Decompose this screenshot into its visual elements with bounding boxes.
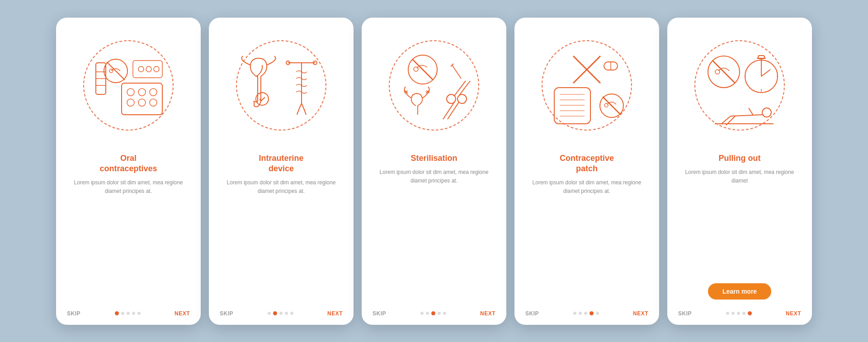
pagination-dots [268, 311, 293, 315]
dot-3 [127, 312, 130, 315]
dot-3 [737, 312, 740, 315]
nav-area: SKIP NEXT [56, 305, 201, 325]
svg-point-6 [138, 89, 146, 96]
svg-point-25 [414, 67, 418, 71]
pagination-dots [420, 311, 446, 315]
next-button[interactable]: NEXT [633, 310, 648, 317]
illustration-oral-contraceptives [56, 18, 201, 153]
dot-5 [596, 312, 599, 315]
patch-icon [537, 36, 637, 135]
dot-3 [279, 312, 283, 315]
svg-point-14 [154, 66, 159, 72]
screen-title: Sterilisation [373, 153, 495, 164]
svg-line-65 [731, 115, 762, 116]
skip-button[interactable]: SKIP [67, 310, 80, 317]
screen-pulling-out: Pulling out Lorem ipsum dolor sit dim am… [667, 18, 812, 325]
svg-point-13 [146, 66, 151, 72]
nav-area: SKIP NEXT [667, 305, 812, 325]
next-button[interactable]: NEXT [327, 310, 343, 317]
iud-icon [231, 36, 331, 135]
dot-5 [137, 312, 141, 315]
next-button[interactable]: NEXT [786, 310, 801, 317]
nav-area: SKIP NEXT [514, 305, 659, 325]
content-oral-contraceptives: Oral contraceptives Lorem ipsum dolor si… [56, 153, 201, 305]
screen-title: Oral contraceptives [67, 153, 190, 174]
dot-3 [431, 311, 435, 315]
pagination-dots [115, 311, 141, 315]
content-pulling-out: Pulling out Lorem ipsum dolor sit dim am… [667, 153, 812, 305]
screen-contraceptive-patch: Contraceptive patch Lorem ipsum dolor si… [514, 18, 659, 325]
skip-button[interactable]: SKIP [373, 310, 386, 317]
dot-2 [426, 312, 429, 315]
svg-line-68 [749, 108, 753, 115]
screen-desc: Lorem ipsum dolor sit dim amet, mea regi… [67, 178, 190, 305]
dot-4 [742, 312, 745, 315]
nav-area: SKIP NEXT [209, 305, 354, 325]
dot-1 [420, 312, 424, 315]
dot-1 [726, 312, 729, 315]
learn-more-button[interactable]: Learn more [708, 283, 771, 300]
illustration-contraceptive-patch [514, 18, 659, 153]
screen-title: Contraceptive patch [525, 153, 648, 174]
svg-point-50 [604, 103, 608, 107]
dot-4 [590, 311, 594, 315]
dot-5 [748, 311, 752, 315]
screen-oral-contraceptives: Oral contraceptives Lorem ipsum dolor si… [56, 18, 201, 325]
svg-point-5 [127, 89, 134, 96]
screen-desc: Lorem ipsum dolor sit dim amet, mea regi… [220, 178, 343, 305]
svg-line-49 [603, 97, 621, 115]
svg-line-52 [712, 61, 735, 83]
screen-sterilisation: Sterilisation Lorem ipsum dolor sit dim … [362, 18, 506, 325]
dot-5 [290, 312, 293, 315]
content-intrauterine-device: Intrauterine device Lorem ipsum dolor si… [209, 153, 354, 305]
pulling-out-icon [690, 36, 789, 135]
screen-desc: Lorem ipsum dolor sit dim amet, mea regi… [373, 168, 495, 305]
screen-desc: Lorem ipsum dolor sit dim amet, mea regi… [678, 168, 801, 280]
screen-title: Intrauterine device [220, 153, 343, 174]
dot-4 [132, 312, 135, 315]
screen-desc: Lorem ipsum dolor sit dim amet, mea regi… [525, 178, 648, 305]
dot-5 [443, 312, 446, 315]
dot-4 [438, 312, 441, 315]
svg-point-8 [127, 99, 134, 106]
svg-line-24 [412, 59, 433, 80]
svg-point-53 [715, 70, 720, 74]
svg-line-66 [722, 116, 731, 124]
dot-1 [268, 312, 271, 315]
dot-2 [273, 311, 277, 315]
dot-2 [579, 312, 582, 315]
dot-2 [121, 312, 124, 315]
svg-point-9 [138, 99, 146, 106]
illustration-intrauterine-device [209, 18, 354, 153]
next-button[interactable]: NEXT [480, 310, 495, 317]
dot-4 [285, 312, 288, 315]
svg-line-56 [761, 70, 770, 76]
svg-rect-11 [133, 61, 162, 78]
svg-line-30 [443, 102, 454, 119]
screens-container: Oral contraceptives Lorem ipsum dolor si… [38, 4, 830, 338]
content-sterilisation: Sterilisation Lorem ipsum dolor sit dim … [362, 153, 506, 305]
skip-button[interactable]: SKIP [525, 310, 539, 317]
svg-point-12 [138, 66, 144, 72]
oral-contraceptives-icon [79, 36, 178, 135]
illustration-sterilisation [362, 18, 506, 153]
dot-1 [573, 312, 576, 315]
pagination-dots [573, 311, 599, 315]
content-contraceptive-patch: Contraceptive patch Lorem ipsum dolor si… [514, 153, 659, 305]
svg-rect-40 [554, 88, 590, 124]
svg-line-31 [448, 102, 459, 119]
skip-button[interactable]: SKIP [220, 310, 233, 317]
dot-3 [584, 312, 587, 315]
sterilisation-icon [384, 36, 484, 135]
illustration-pulling-out [667, 18, 812, 153]
svg-point-7 [150, 89, 157, 96]
skip-button[interactable]: SKIP [678, 310, 692, 317]
svg-point-64 [762, 108, 771, 117]
pagination-dots [726, 311, 752, 315]
svg-point-10 [150, 99, 157, 106]
next-button[interactable]: NEXT [175, 310, 190, 317]
screen-title: Pulling out [678, 153, 801, 164]
nav-area: SKIP NEXT [362, 305, 506, 325]
dot-1 [115, 311, 119, 315]
svg-line-36 [452, 65, 461, 79]
